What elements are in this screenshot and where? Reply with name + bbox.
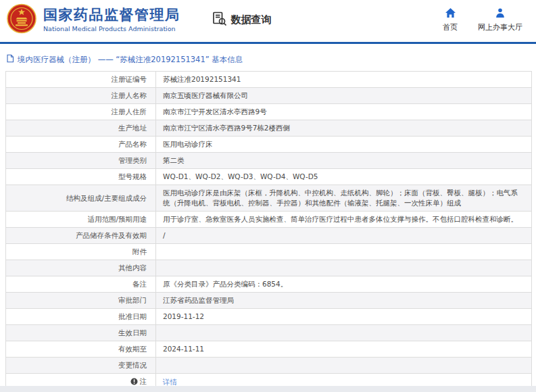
row-value: 苏械注准20192151341 — [156, 72, 532, 88]
row-label: 注册人住所 — [6, 104, 156, 120]
row-label-text: 变更情况 — [118, 361, 147, 369]
row-label-text: 注册证编号 — [112, 75, 147, 83]
row-value: 2024-11-11 — [156, 341, 532, 358]
row-value: 2019-11-12 — [156, 309, 532, 325]
info-table-body: 注册证编号 苏械注准20192151341 注册人名称 南京五顷医疗器械有限公司… — [6, 72, 532, 391]
row-value: 第二类 — [156, 153, 532, 169]
table-row: 型号规格 WQ-D1、WQ-D2、WQ-D3、WQ-D4、WQ-D5 — [6, 169, 532, 185]
row-label-text: 产品名称 — [118, 140, 147, 148]
row-label: 批准日期 — [6, 309, 156, 325]
detail-link[interactable]: 详情 — [163, 378, 177, 386]
brand: 国家药品监督管理局 National Medical Products Admi… — [7, 3, 180, 37]
row-label-text: 适用范围/预期用途 — [87, 215, 147, 223]
row-value: 南京五顷医疗器械有限公司 — [156, 88, 532, 104]
row-label: 产品储存条件及有效期 — [6, 228, 156, 244]
table-row: 产品储存条件及有效期 / — [6, 228, 532, 244]
row-label-text: 备注 — [132, 280, 147, 288]
table-row: 管理类别 第二类 — [6, 153, 532, 169]
row-label: 审批部门 — [6, 293, 156, 309]
table-row: 注册人名称 南京五顷医疗器械有限公司 — [6, 88, 532, 104]
table-row: 结构及组成/主要组成成分 医用电动诊疗床是由床架（床框，升降机构、中控机构、走纸… — [6, 185, 532, 212]
breadcrumb-text: 境内医疗器械（注册） —— “苏械注准20192151341” 基本信息 — [18, 55, 243, 65]
row-label: 生产地址 — [6, 120, 156, 137]
row-label: 注册证编号 — [6, 72, 156, 88]
breadcrumb: 境内医疗器械（注册） —— “苏械注准20192151341” 基本信息 — [6, 54, 529, 65]
row-label-text: 审批部门 — [118, 296, 147, 304]
row-label-text: 其他内容 — [118, 264, 147, 272]
row-label-text: 批准日期 — [118, 312, 147, 320]
national-emblem-logo — [7, 3, 36, 37]
row-label-text: 注 — [140, 377, 147, 385]
row-label-text: 产品储存条件及有效期 — [76, 231, 147, 239]
home-icon — [445, 7, 456, 20]
table-row: 附件 — [6, 244, 532, 260]
top-nav: 首页 网上办事大厅 — [443, 7, 527, 32]
table-row: 变更情况 — [6, 358, 532, 374]
row-value — [156, 325, 532, 341]
nav-service-hall-label: 网上办事大厅 — [478, 22, 522, 32]
row-value: 南京市江宁开发区清水亭西路9号 — [156, 104, 532, 120]
user-icon — [495, 7, 506, 20]
footer-strip — [0, 386, 536, 392]
row-label-text: 注册人名称 — [112, 91, 147, 99]
document-icon — [6, 54, 14, 65]
row-label: 有效期至 — [6, 341, 156, 358]
table-row: 审批部门 江苏省药品监督管理局 — [6, 293, 532, 309]
table-row: 生产地址 南京市江宁区清水亭西路9号7栋2楼西侧 — [6, 120, 532, 137]
table-row: 产品名称 医用电动诊疗床 — [6, 137, 532, 153]
row-label: 管理类别 — [6, 153, 156, 169]
row-label: 结构及组成/主要组成成分 — [6, 185, 156, 212]
site-title: 国家药品监督管理局 — [43, 7, 180, 23]
table-row: 批准日期 2019-11-12 — [6, 309, 532, 325]
nav-home-label: 首页 — [443, 22, 458, 32]
table-row: 有效期至 2024-11-11 — [6, 341, 532, 358]
row-label: 备注 — [6, 276, 156, 293]
table-row: 生效日期 — [6, 325, 532, 341]
nav-home[interactable]: 首页 — [443, 7, 458, 32]
row-label: 其他内容 — [6, 260, 156, 276]
row-value: 医用电动诊疗床 — [156, 137, 532, 153]
row-label: 型号规格 — [6, 169, 156, 185]
row-label: 注册人名称 — [6, 88, 156, 104]
row-label-text: 有效期至 — [118, 345, 147, 353]
row-label: 生效日期 — [6, 325, 156, 341]
row-label: 附件 — [6, 244, 156, 260]
site-header: 国家药品监督管理局 National Medical Products Admi… — [0, 0, 536, 44]
row-value: 南京市江宁区清水亭西路9号7栋2楼西侧 — [156, 120, 532, 137]
row-label-text: 注册人住所 — [112, 107, 147, 116]
row-value: 医用电动诊疗床是由床架（床框，升降机构、中控机构、走纸机构、脚轮）；床面（背板、… — [156, 185, 532, 212]
brand-text: 国家药品监督管理局 National Medical Products Admi… — [43, 7, 180, 32]
row-value: 原《分类目录》产品分类编码：6854。 — [156, 276, 532, 293]
table-row: 备注 原《分类目录》产品分类编码：6854。 — [6, 276, 532, 293]
site-subtitle: National Medical Products Administration — [43, 25, 180, 32]
row-label-text: 生效日期 — [118, 328, 147, 337]
row-label: 变更情况 — [6, 358, 156, 374]
row-value: WQ-D1、WQ-D2、WQ-D3、WQ-D4、WQ-D5 — [156, 169, 532, 185]
row-label-text: 型号规格 — [118, 172, 147, 180]
data-query-label: 数据查询 — [231, 14, 272, 26]
row-label-text: 附件 — [132, 247, 147, 255]
row-label-text: 管理类别 — [118, 156, 147, 164]
row-label-text: 结构及组成/主要组成成分 — [66, 194, 147, 202]
row-value — [156, 244, 532, 260]
row-value: / — [156, 228, 532, 244]
row-value — [156, 358, 532, 374]
table-row: 其他内容 — [6, 260, 532, 276]
row-value: 江苏省药品监督管理局 — [156, 293, 532, 309]
table-row: 注册证编号 苏械注准20192151341 — [6, 72, 532, 88]
row-label-text: 生产地址 — [118, 124, 147, 132]
row-label: 适用范围/预期用途 — [6, 212, 156, 228]
data-query-section[interactable]: 数据查询 — [212, 11, 272, 29]
data-query-icon — [212, 11, 227, 29]
row-value — [156, 260, 532, 276]
row-label: 产品名称 — [6, 137, 156, 153]
nav-service-hall[interactable]: 网上办事大厅 — [478, 7, 522, 32]
registration-info-table: 注册证编号 苏械注准20192151341 注册人名称 南京五顷医疗器械有限公司… — [5, 71, 532, 391]
row-value: 用于诊疗室、急救室医务人员实施检查、简单治疗医疗过程中患者多体位支撑与操作。不包… — [156, 212, 532, 228]
table-row: 注册人住所 南京市江宁开发区清水亭西路9号 — [6, 104, 532, 120]
table-row: 适用范围/预期用途 用于诊疗室、急救室医务人员实施检查、简单治疗医疗过程中患者多… — [6, 212, 532, 228]
